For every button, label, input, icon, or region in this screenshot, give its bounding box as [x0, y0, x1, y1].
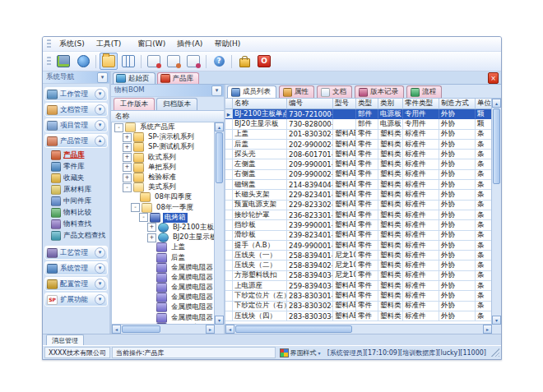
globe-button[interactable] — [74, 53, 92, 70]
chevron-down-icon[interactable]: ▾ — [95, 120, 105, 131]
expand-icon[interactable]: + — [147, 223, 156, 232]
folder-button[interactable] — [100, 53, 118, 70]
chevron-down-icon[interactable]: ▾ — [95, 247, 105, 258]
table-hscroll-thumb[interactable] — [235, 325, 352, 333]
table-row[interactable]: 预置电源支架229-823302-00X塑料ABS零件塑料类标准件外协条 — [225, 201, 492, 210]
table-row[interactable]: 磁钢盖214-839404-01X塑料ABS零件塑料类标准件外协条 — [225, 180, 492, 190]
computer-button[interactable] — [54, 53, 72, 70]
tree-node-label[interactable]: 上盖 — [169, 242, 187, 252]
menu-item-tools[interactable]: 工具(T) — [90, 38, 128, 49]
chevron-down-icon[interactable]: ▾ — [95, 294, 105, 305]
table-row[interactable]: 上盖201-830302-00X塑料ABS零件塑料类标准件外协条 — [225, 130, 492, 140]
tree-node-label[interactable]: 金属膜电阻器 — [169, 273, 215, 283]
tree-node-label[interactable]: 系统产品库 — [138, 122, 177, 132]
table-row[interactable]: 探头壳208-601701-01X塑料ABS零件塑料类标准件外协条 — [225, 150, 492, 159]
tree-node[interactable]: 金属膜电阻器 — [112, 273, 215, 283]
tree-node-label[interactable]: 检验标准 — [146, 173, 178, 182]
menu-item-help[interactable]: 帮助(H) — [208, 38, 246, 49]
collapse-icon[interactable]: - — [131, 203, 140, 212]
column-header[interactable]: 名称 — [233, 99, 287, 109]
chevron-down-icon[interactable]: ▾ — [95, 104, 105, 115]
tree-horizontal-scrollbar[interactable]: ◂ ▸ — [112, 324, 215, 334]
help-button[interactable]: ? — [210, 53, 228, 70]
interface-style-picker[interactable]: 界面样式 ▾ — [277, 348, 323, 357]
pin-icon[interactable]: ▾ — [97, 72, 108, 83]
doc-delete-button[interactable] — [145, 53, 163, 70]
column-header[interactable]: 编号 — [287, 99, 333, 109]
table-row[interactable]: 提手（A.B）249-990001-01X塑料ABS零件塑料类标准件外协条 — [225, 241, 492, 251]
scroll-right-icon[interactable]: ▸ — [206, 325, 215, 334]
tab-archived-version[interactable]: 归档版本 — [156, 98, 197, 110]
column-header[interactable]: 型号 — [333, 99, 356, 109]
tree-node-label[interactable]: 08年四季度 — [153, 192, 193, 202]
table-row[interactable]: 上电源座259-839403-00X塑料ABS零件塑料类标准件外协条 — [225, 281, 492, 291]
sidebar-item-material-compare[interactable]: 物料比较 — [44, 207, 108, 219]
table-row[interactable]: 滑纱板239-823401-00X塑料ABS零件塑料类标准件外协条 — [225, 231, 492, 241]
table-row[interactable]: BJ20主显示板730-828000-04X部件电源板专用件外协颗 — [225, 119, 492, 129]
expand-icon[interactable]: + — [123, 143, 132, 152]
tree-vertical-scrollbar[interactable]: ▴ ▾ — [214, 122, 224, 325]
sidebar-group-system-management[interactable]: 系统管理▾ — [44, 261, 108, 275]
expand-icon[interactable]: + — [123, 133, 132, 142]
tree-node-label[interactable]: 电烤箱 — [163, 213, 188, 223]
tree-node[interactable]: -美式系列 — [112, 182, 215, 192]
collapse-icon[interactable]: - — [114, 123, 123, 132]
tree-node[interactable]: 金属膜电阻器 — [112, 263, 215, 273]
tree-node[interactable]: +SP-演示机系列 — [112, 132, 215, 142]
tree-node-label[interactable]: BJ20主显示板 — [171, 233, 215, 242]
tree-node[interactable]: +SP-测试机系列 — [112, 142, 215, 152]
table-row[interactable]: 后盖202-990002-01X塑料ABS零件塑料类标准件外协条 — [225, 140, 492, 150]
sidebar-group-document-management[interactable]: 文档管理▾ — [44, 103, 108, 117]
tree-node-label[interactable]: SP-测试机系列 — [146, 142, 196, 152]
table-horizontal-scrollbar[interactable]: ◂ ▸ — [225, 324, 492, 334]
tree-node[interactable]: 金属膜电阻器 — [112, 283, 215, 293]
table-row[interactable]: 下纱定位片（右）283-830302-00X塑料ABS零件塑料类标准件外协条 — [225, 302, 492, 311]
sidebar-group-extended-functions[interactable]: SP扩展功能▾ — [44, 293, 108, 307]
table-vscroll-thumb[interactable] — [493, 108, 500, 184]
sidebar-item-product-library[interactable]: 产品库 — [44, 150, 108, 161]
tree-node-label[interactable]: 美式系列 — [146, 182, 178, 192]
tree-node[interactable]: +BJ20主显示板 — [112, 233, 215, 242]
column-header[interactable]: 零件类型 — [403, 99, 439, 109]
column-header[interactable]: 制造方式 — [439, 99, 476, 109]
menu-item-system[interactable]: 系统(S) — [53, 38, 90, 49]
scroll-down-icon[interactable]: ▾ — [215, 316, 224, 325]
sidebar-item-parts-library[interactable]: 零件库 — [44, 161, 108, 173]
chevron-down-icon[interactable]: ▾ — [95, 279, 105, 289]
collapse-icon[interactable]: - — [139, 213, 148, 222]
table-row[interactable]: 方形塑料线扣258-839403-00X尼龙1010零件塑料类标准件外协条 — [225, 271, 492, 281]
sidebar-group-work-management[interactable]: 工作管理▾ — [44, 87, 108, 101]
tree-node[interactable]: 金属膜电阻器 — [112, 313, 215, 323]
sidebar-item-intermediate-parts-library[interactable]: 中间件库 — [44, 196, 108, 207]
sidebar-item-raw-material-library[interactable]: 原材料库 — [44, 184, 108, 196]
scroll-down-icon[interactable]: ▾ — [492, 316, 501, 325]
tree-node[interactable]: 上盖 — [112, 242, 215, 252]
tab-product-library[interactable]: 产品库 — [157, 72, 200, 84]
column-header[interactable]: 类型 — [356, 99, 378, 109]
tree-node[interactable]: 后盖 — [112, 252, 215, 262]
scroll-up-icon[interactable]: ▴ — [492, 99, 501, 108]
tree-node-label[interactable]: SP-演示机系列 — [146, 132, 196, 142]
tree-node[interactable]: +BJ-2100主板单点 — [112, 223, 215, 233]
table-row[interactable]: 压线块（四）283-830303-00X塑料ABS零件塑料类标准件外协条 — [225, 311, 492, 321]
tree-vscroll-thumb[interactable] — [216, 132, 223, 183]
scroll-left-icon[interactable]: ◂ — [225, 325, 234, 334]
tab-member-list[interactable]: 成员列表 — [227, 85, 276, 98]
tree-node[interactable]: 08年四季度 — [112, 192, 215, 202]
menu-item-plugins[interactable]: 插件(A) — [171, 38, 208, 49]
menu-grip[interactable] — [47, 39, 51, 48]
chevron-up-icon[interactable]: ▴ — [95, 136, 105, 146]
table-row[interactable]: 下纱定位片（左）283-830301-00X塑料ABS零件塑料类标准件外协条 — [225, 291, 492, 301]
doc-edit-button[interactable] — [165, 53, 183, 70]
menu-item-window[interactable]: 窗口(W) — [132, 38, 171, 49]
tree-node-label[interactable]: 金属膜电阻器 — [169, 313, 215, 323]
sidebar-group-product-management[interactable]: 产品管理▴ — [44, 134, 108, 148]
tree-node[interactable]: -系统产品库 — [112, 122, 215, 132]
pin-icon[interactable]: ▾ — [211, 85, 222, 96]
tree-node[interactable]: -电烤箱 — [112, 213, 215, 223]
tab-documents[interactable]: 文档 — [317, 85, 352, 98]
sidebar-item-product-document-search[interactable]: 产品文档查找 — [44, 230, 108, 242]
column-header[interactable]: 类别 — [378, 99, 403, 109]
tab-version-history[interactable]: 版本记录 — [355, 85, 404, 98]
table-vertical-scrollbar[interactable]: ▴ ▾ — [491, 99, 501, 325]
